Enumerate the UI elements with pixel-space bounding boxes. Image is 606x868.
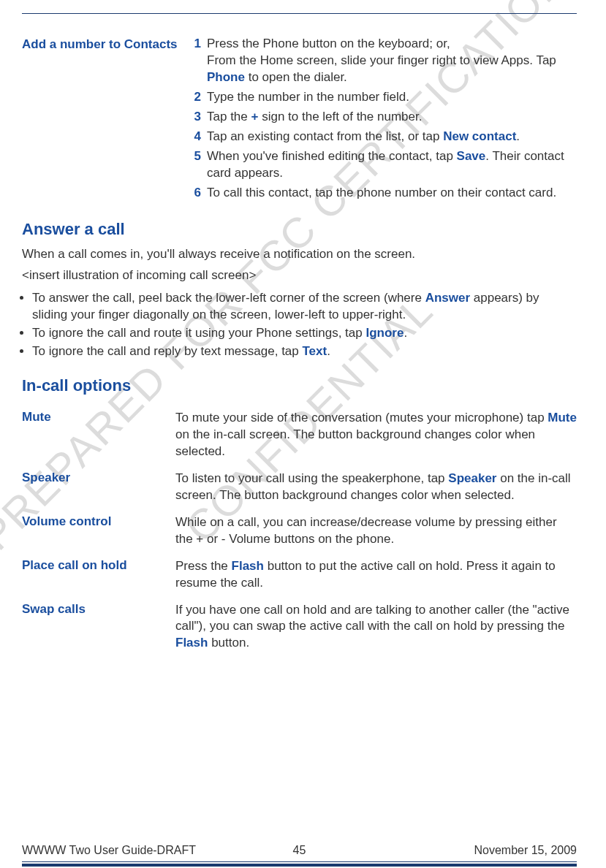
incall-table: MuteTo mute your side of the conversatio… — [22, 410, 577, 652]
emphasis: + — [251, 110, 259, 123]
incall-row: Volume controlWhile on a call, you can i… — [22, 514, 577, 548]
step-number: 5 — [186, 148, 201, 165]
incall-desc: To mute your side of the conversation (m… — [175, 410, 577, 460]
list-item: To ignore the call and reply by text mes… — [32, 343, 577, 360]
footer-rule-thin — [22, 861, 577, 862]
incall-row: Swap callsIf you have one call on hold a… — [22, 602, 577, 652]
emphasis: Save — [457, 149, 486, 163]
incall-row: MuteTo mute your side of the conversatio… — [22, 410, 577, 460]
incall-label: Mute — [22, 410, 175, 425]
incall-label: Swap calls — [22, 602, 175, 617]
list-item: To answer the call, peel back the lower-… — [32, 290, 577, 324]
step-row: 2Type the number in the number field. — [186, 89, 577, 106]
footer-left: WWWW Two User Guide-DRAFT — [22, 844, 207, 857]
step-number: 4 — [186, 129, 201, 145]
step-text: Tap the + sign to the left of the number… — [207, 109, 577, 126]
footer-page: 45 — [207, 844, 392, 857]
step-number: 6 — [186, 185, 201, 202]
emphasis: Speaker — [448, 471, 496, 485]
step-number: 2 — [186, 89, 201, 106]
answer-title: Answer a call — [22, 220, 577, 239]
step-number: 1 — [186, 36, 201, 53]
emphasis: Ignore — [366, 326, 404, 340]
incall-desc: To listen to your call using the speaker… — [175, 471, 577, 504]
emphasis: Text — [302, 344, 327, 358]
incall-row: SpeakerTo listen to your call using the … — [22, 471, 577, 504]
answer-intro: When a call comes in, you'll always rece… — [22, 246, 577, 263]
step-row: 3Tap the + sign to the left of the numbe… — [186, 109, 577, 126]
step-row: 4Tap an existing contact from the list, … — [186, 129, 577, 145]
emphasis: Mute — [548, 411, 577, 425]
step-row: 6To call this contact, tap the phone num… — [186, 185, 577, 202]
incall-label: Speaker — [22, 471, 175, 485]
step-text: To call this contact, tap the phone numb… — [207, 185, 577, 202]
step-number: 3 — [186, 109, 201, 126]
step-row: 1Press the Phone button on the keyboard;… — [186, 36, 577, 86]
emphasis: Answer — [425, 291, 470, 305]
incall-desc: If you have one call on hold and are tal… — [175, 602, 577, 652]
answer-placeholder: <insert illustration of incoming call sc… — [22, 267, 577, 284]
incall-title: In-call options — [22, 376, 577, 395]
list-item: To ignore the call and route it using yo… — [32, 325, 577, 342]
emphasis: Phone — [207, 70, 245, 84]
footer-right: November 15, 2009 — [392, 844, 577, 857]
step-text: Tap an existing contact from the list, o… — [207, 129, 577, 145]
emphasis: Flash — [175, 636, 208, 650]
add-number-section: Add a number to Contacts 1Press the Phon… — [22, 36, 577, 204]
emphasis: New contact — [443, 129, 516, 143]
step-text: Press the Phone button on the keyboard; … — [207, 36, 577, 86]
incall-label: Place call on hold — [22, 558, 175, 573]
page-footer: WWWW Two User Guide-DRAFT 45 November 15… — [22, 844, 577, 867]
incall-desc: While on a call, you can increase/decrea… — [175, 514, 577, 548]
emphasis: Flash — [232, 559, 264, 573]
incall-desc: Press the Flash button to put the active… — [175, 558, 577, 592]
incall-row: Place call on holdPress the Flash button… — [22, 558, 577, 592]
footer-rule-thick — [22, 864, 577, 867]
add-number-steps: 1Press the Phone button on the keyboard;… — [186, 36, 577, 204]
step-text: When you've finished editing the contact… — [207, 148, 577, 182]
step-text: Type the number in the number field. — [207, 89, 577, 106]
answer-bullets: To answer the call, peel back the lower-… — [32, 290, 577, 360]
incall-label: Volume control — [22, 514, 175, 529]
step-row: 5When you've finished editing the contac… — [186, 148, 577, 182]
add-number-label: Add a number to Contacts — [22, 36, 186, 52]
